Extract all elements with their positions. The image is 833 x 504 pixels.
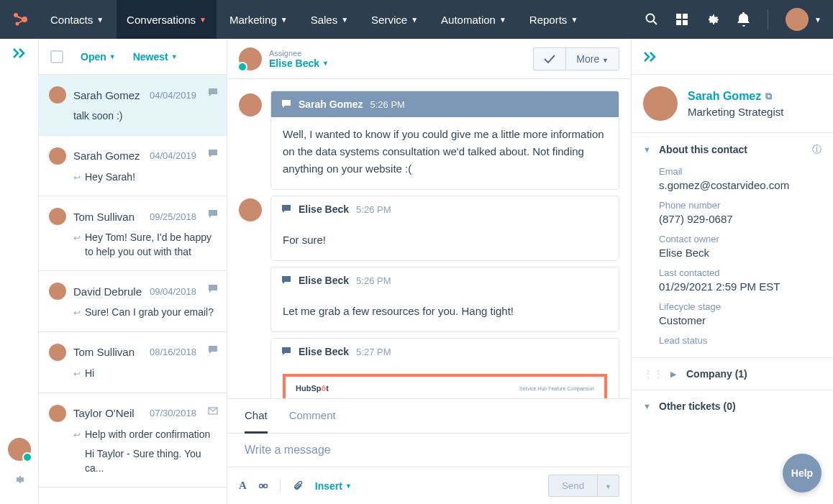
marketplace-icon[interactable]	[675, 13, 688, 26]
date: 08/16/2018	[150, 347, 196, 357]
nav-marketing[interactable]: Marketing▼	[219, 0, 298, 39]
message-time: 5:26 PM	[356, 204, 391, 215]
attachment-preview[interactable]: HubSpôtService Hub Feature ComparisonSER…	[283, 374, 607, 398]
composer: Chat Comment Write a message A Insert▼ S…	[227, 398, 631, 504]
tab-chat[interactable]: Chat	[245, 399, 268, 434]
avatar	[49, 208, 66, 225]
date: 07/30/2018	[150, 408, 196, 418]
message-body: Let me grab a few resources for you. Han…	[271, 294, 619, 331]
section-company-toggle[interactable]: ⋮⋮ ▶ Company (1)	[632, 358, 833, 390]
contact-avatar	[643, 86, 678, 121]
section-about-toggle[interactable]: ▼ About this contact ⓘ	[632, 133, 833, 166]
message-sender: Elise Beck	[299, 346, 349, 357]
chevron-down-icon: ▼	[643, 402, 652, 411]
chevron-down-icon: ▼	[605, 483, 611, 490]
conversation-item[interactable]: Sarah Gomez04/04/2019talk soon :)	[39, 75, 227, 136]
settings-icon[interactable]	[706, 12, 720, 27]
nav-contacts[interactable]: Contacts▼	[40, 0, 114, 39]
drag-handle-icon[interactable]: ⋮⋮	[643, 368, 663, 380]
message-time: 5:27 PM	[356, 347, 391, 357]
nav-right: ▼	[645, 8, 821, 31]
message-body: For sure!	[271, 223, 619, 260]
message-sender: Sarah Gomez	[299, 98, 363, 110]
property-value: Customer	[659, 314, 821, 326]
current-user-avatar[interactable]	[8, 438, 31, 461]
sort-filter[interactable]: Newest▼	[133, 51, 178, 63]
chevron-down-icon: ▼	[322, 60, 329, 67]
assignee-picker[interactable]: Elise Beck▼	[269, 58, 329, 69]
select-all-checkbox[interactable]	[50, 50, 63, 63]
info-icon: ⓘ	[812, 143, 821, 156]
message-bubble: Elise Beck5:26 PMLet me grab a few resou…	[270, 267, 619, 332]
email-icon	[208, 406, 218, 418]
message-input[interactable]: Write a message	[227, 434, 631, 467]
avatar	[49, 86, 66, 104]
tab-comment[interactable]: Comment	[289, 399, 336, 433]
left-rail	[0, 39, 39, 504]
contact-name: Sarah Gomez	[73, 150, 142, 162]
nav-reports[interactable]: Reports▼	[519, 0, 588, 39]
chevron-down-icon: ▼	[109, 53, 116, 60]
reply-icon: ↩	[73, 172, 81, 184]
chevron-down-icon: ▼	[411, 16, 418, 24]
status-filter[interactable]: Open▼	[81, 51, 116, 63]
contact-name: David Debrule	[73, 285, 142, 298]
conversation-item[interactable]: Tom Sullivan09/25/2018↩Hey Tom! Sure, I'…	[39, 196, 227, 271]
svg-rect-7	[676, 14, 681, 19]
contact-name-link[interactable]: Sarah Gomez⧉	[688, 90, 783, 103]
account-menu[interactable]: ▼	[786, 8, 821, 31]
svg-line-4	[19, 21, 22, 23]
conversation-item[interactable]: David Debrule09/04/2018↩Sure! Can I grab…	[39, 271, 227, 332]
attachment-icon[interactable]	[292, 480, 304, 492]
property-value: s.gomez@costarvideo.com	[659, 179, 821, 191]
date: 04/04/2019	[150, 90, 196, 101]
send-button[interactable]: Send	[548, 475, 598, 497]
contact-name: Taylor O'Neil	[73, 407, 142, 419]
avatar	[49, 344, 66, 361]
chevron-down-icon: ▼	[281, 16, 288, 24]
date: 09/04/2018	[150, 286, 196, 297]
rail-settings-icon[interactable]	[12, 472, 27, 487]
chevron-right-icon: ▶	[670, 370, 679, 379]
reply-icon: ↩	[73, 232, 81, 244]
message-bubble: Elise Beck5:26 PMFor sure!	[270, 196, 619, 261]
conversation-item[interactable]: Tom Sullivan08/16/2018↩Hi	[39, 332, 227, 393]
chevron-down-icon: ▼	[96, 16, 104, 24]
contact-name: Tom Sullivan	[73, 346, 142, 358]
section-tickets-toggle[interactable]: ▼ Other tickets (0)	[632, 390, 833, 422]
nav-conversations[interactable]: Conversations▼	[117, 0, 217, 39]
notifications-icon[interactable]	[737, 12, 750, 27]
chat-icon	[208, 209, 218, 221]
chevron-down-icon: ▼	[199, 16, 206, 24]
conversation-item[interactable]: Taylor O'Neil07/30/2018↩Help with order …	[39, 393, 227, 488]
message-sender: Elise Beck	[299, 203, 349, 215]
link-icon[interactable]	[258, 481, 268, 491]
help-button[interactable]: Help	[783, 454, 821, 492]
send-dropdown[interactable]: ▼	[598, 475, 619, 497]
hubspot-logo[interactable]	[12, 11, 29, 28]
search-icon[interactable]	[645, 13, 658, 26]
contact-name: Tom Sullivan	[73, 211, 142, 223]
expand-sidebar-icon[interactable]	[12, 47, 27, 59]
avatar	[49, 147, 66, 165]
nav-sales[interactable]: Sales▼	[301, 0, 358, 39]
conversation-item[interactable]: Sarah Gomez04/04/2019↩Hey Sarah!	[39, 136, 227, 197]
mark-done-button[interactable]	[533, 47, 565, 70]
list-header: Open▼ Newest▼	[39, 39, 227, 75]
date: 09/25/2018	[150, 211, 196, 222]
nav-service[interactable]: Service▼	[361, 0, 428, 39]
nav-automation[interactable]: Automation▼	[431, 0, 516, 39]
contact-panel: Sarah Gomez⧉ Marketing Strategist ▼ Abou…	[632, 39, 833, 504]
chevron-down-icon: ▼	[499, 16, 506, 24]
property-label: Email	[659, 166, 821, 177]
more-button[interactable]: More ▼	[565, 47, 619, 70]
avatar	[49, 283, 66, 300]
message-avatar	[239, 93, 262, 116]
chevron-down-icon: ▼	[171, 53, 178, 60]
property-label: Phone number	[659, 200, 821, 211]
insert-button[interactable]: Insert▼	[315, 480, 352, 492]
property-label: Contact owner	[659, 234, 821, 244]
font-icon[interactable]: A	[239, 480, 247, 492]
avatar	[49, 405, 66, 422]
collapse-panel-icon[interactable]	[643, 51, 657, 63]
